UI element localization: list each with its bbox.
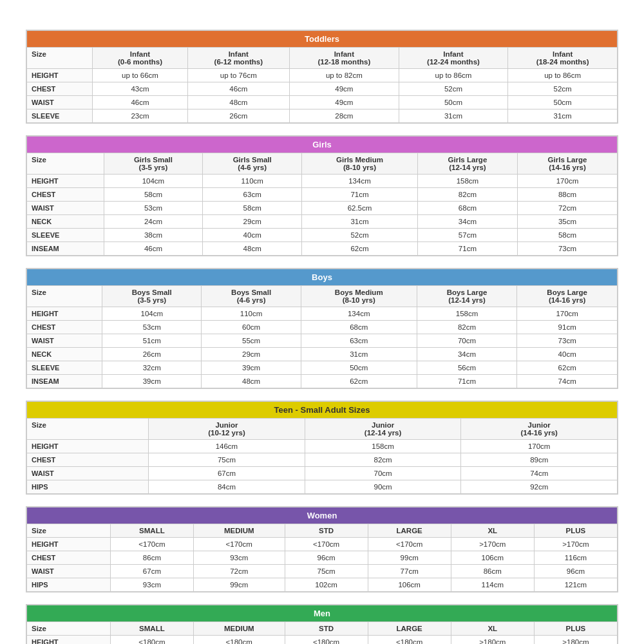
girls-cell-5-4: 71cm bbox=[417, 242, 517, 256]
women-cell-1-6: 116cm bbox=[534, 551, 617, 565]
table-row: SLEEVE23cm26cm28cm31cm31cm bbox=[27, 109, 618, 123]
boys-col-header-0: Size bbox=[27, 286, 102, 307]
boys-cell-5-3: 62cm bbox=[301, 375, 417, 388]
girls-cell-3-4: 34cm bbox=[417, 215, 517, 229]
section-men: MenSizeSMALLMEDIUMSTDLARGEXLPLUSHEIGHT<1… bbox=[26, 604, 618, 644]
teen-col-header-3: Junior (14-16 yrs) bbox=[461, 419, 618, 440]
teen-cell-3-2: 90cm bbox=[305, 480, 461, 494]
toddlers-cell-1-3: 49cm bbox=[290, 82, 399, 96]
boys-cell-5-4: 71cm bbox=[417, 375, 517, 388]
girls-header: Girls bbox=[27, 137, 618, 153]
girls-cell-2-5: 72cm bbox=[517, 202, 617, 215]
toddlers-cell-0-0: HEIGHT bbox=[27, 69, 93, 82]
teen-cell-2-0: WAIST bbox=[27, 467, 149, 480]
table-row: HEIGHT104cm110cm134cm158cm170cm bbox=[27, 307, 618, 321]
men-col-header-6: PLUS bbox=[534, 622, 617, 636]
girls-cell-2-3: 62.5cm bbox=[302, 202, 418, 215]
girls-cell-1-4: 82cm bbox=[417, 188, 517, 202]
table-row: NECK24cm29cm31cm34cm35cm bbox=[27, 215, 618, 229]
men-col-header-4: LARGE bbox=[368, 622, 451, 636]
teen-cell-0-3: 170cm bbox=[461, 440, 618, 453]
women-cell-0-4: <170cm bbox=[368, 538, 451, 551]
women-cell-2-6: 96cm bbox=[534, 565, 617, 578]
toddlers-col-header-2: Infant (6-12 months) bbox=[187, 48, 289, 69]
boys-cell-3-2: 29cm bbox=[202, 348, 301, 361]
women-header: Women bbox=[27, 507, 618, 524]
women-col-header-1: SMALL bbox=[110, 524, 193, 538]
girls-cell-2-1: 53cm bbox=[104, 202, 203, 215]
girls-cell-5-5: 73cm bbox=[517, 242, 617, 256]
women-cell-3-0: HIPS bbox=[27, 578, 111, 592]
table-row: SLEEVE32cm39cm50cm56cm62cm bbox=[27, 361, 618, 375]
toddlers-cell-1-1: 43cm bbox=[93, 82, 187, 96]
toddlers-cell-2-0: WAIST bbox=[27, 96, 93, 109]
table-row: HEIGHTup to 66cmup to 76cmup to 82cmup t… bbox=[27, 69, 618, 82]
men-cell-0-1: <180cm bbox=[110, 636, 193, 645]
table-row: INSEAM39cm48cm62cm71cm74cm bbox=[27, 375, 618, 388]
women-cell-0-1: <170cm bbox=[110, 538, 193, 551]
girls-cell-0-5: 170cm bbox=[517, 175, 617, 188]
teen-cell-0-1: 146cm bbox=[149, 440, 305, 453]
toddlers-header: Toddlers bbox=[27, 31, 618, 48]
teen-cell-2-2: 70cm bbox=[305, 467, 461, 480]
boys-cell-2-4: 70cm bbox=[417, 334, 517, 348]
teen-cell-3-0: HIPS bbox=[27, 480, 149, 494]
women-cell-3-1: 93cm bbox=[110, 578, 193, 592]
boys-cell-4-5: 62cm bbox=[517, 361, 618, 375]
girls-cell-4-4: 57cm bbox=[417, 229, 517, 242]
table-row: CHEST75cm82cm89cm bbox=[27, 453, 618, 467]
boys-col-header-1: Boys Small (3-5 yrs) bbox=[102, 286, 202, 307]
table-row: HEIGHT<170cm<170cm<170cm<170cm>170cm>170… bbox=[27, 538, 618, 551]
boys-header: Boys bbox=[27, 269, 618, 286]
boys-col-header-2: Boys Small (4-6 yrs) bbox=[202, 286, 301, 307]
men-col-header-1: SMALL bbox=[110, 622, 193, 636]
teen-cell-1-2: 82cm bbox=[305, 453, 461, 467]
boys-cell-3-1: 26cm bbox=[102, 348, 202, 361]
men-header: Men bbox=[27, 605, 618, 622]
boys-cell-4-0: SLEEVE bbox=[27, 361, 102, 375]
men-col-header-3: STD bbox=[285, 622, 368, 636]
table-row: HEIGHT146cm158cm170cm bbox=[27, 440, 618, 453]
boys-cell-2-1: 51cm bbox=[102, 334, 202, 348]
boys-cell-1-5: 91cm bbox=[517, 321, 618, 334]
table-row: NECK26cm29cm31cm34cm40cm bbox=[27, 348, 618, 361]
boys-cell-5-5: 74cm bbox=[517, 375, 618, 388]
toddlers-col-header-0: Size bbox=[27, 48, 93, 69]
girls-cell-0-1: 104cm bbox=[104, 175, 203, 188]
table-row: WAIST51cm55cm63cm70cm73cm bbox=[27, 334, 618, 348]
toddlers-cell-1-2: 46cm bbox=[187, 82, 289, 96]
teen-cell-1-3: 89cm bbox=[461, 453, 618, 467]
table-row: CHEST43cm46cm49cm52cm52cm bbox=[27, 82, 618, 96]
women-cell-2-1: 67cm bbox=[110, 565, 193, 578]
women-col-header-6: PLUS bbox=[534, 524, 617, 538]
boys-cell-3-4: 34cm bbox=[417, 348, 517, 361]
girls-col-header-0: Size bbox=[27, 153, 104, 175]
boys-cell-0-5: 170cm bbox=[517, 307, 618, 321]
section-boys: BoysSizeBoys Small (3-5 yrs)Boys Small (… bbox=[26, 268, 618, 389]
toddlers-cell-3-4: 31cm bbox=[399, 109, 508, 123]
teen-cell-3-3: 92cm bbox=[461, 480, 618, 494]
teen-col-header-2: Junior (12-14 yrs) bbox=[305, 419, 461, 440]
table-row: CHEST86cm93cm96cm99cm106cm116cm bbox=[27, 551, 618, 565]
toddlers-cell-2-2: 48cm bbox=[187, 96, 289, 109]
toddlers-cell-0-1: up to 66cm bbox=[93, 69, 187, 82]
girls-cell-0-0: HEIGHT bbox=[27, 175, 104, 188]
table-row: CHEST53cm60cm68cm82cm91cm bbox=[27, 321, 618, 334]
women-cell-3-2: 99cm bbox=[193, 578, 285, 592]
boys-cell-4-3: 50cm bbox=[301, 361, 417, 375]
women-cell-1-3: 96cm bbox=[285, 551, 368, 565]
toddlers-cell-2-3: 49cm bbox=[290, 96, 399, 109]
table-row: WAIST46cm48cm49cm50cm50cm bbox=[27, 96, 618, 109]
girls-cell-2-2: 58cm bbox=[203, 202, 302, 215]
women-cell-2-4: 77cm bbox=[368, 565, 451, 578]
boys-cell-3-0: NECK bbox=[27, 348, 102, 361]
girls-cell-5-0: INSEAM bbox=[27, 242, 104, 256]
toddlers-cell-1-4: 52cm bbox=[399, 82, 508, 96]
girls-cell-5-1: 46cm bbox=[104, 242, 203, 256]
women-col-header-5: XL bbox=[451, 524, 534, 538]
boys-cell-1-2: 60cm bbox=[202, 321, 301, 334]
section-girls: GirlsSizeGirls Small (3-5 yrs)Girls Smal… bbox=[26, 135, 618, 256]
girls-col-header-1: Girls Small (3-5 yrs) bbox=[104, 153, 203, 175]
women-cell-0-5: >170cm bbox=[451, 538, 534, 551]
teen-cell-0-2: 158cm bbox=[305, 440, 461, 453]
